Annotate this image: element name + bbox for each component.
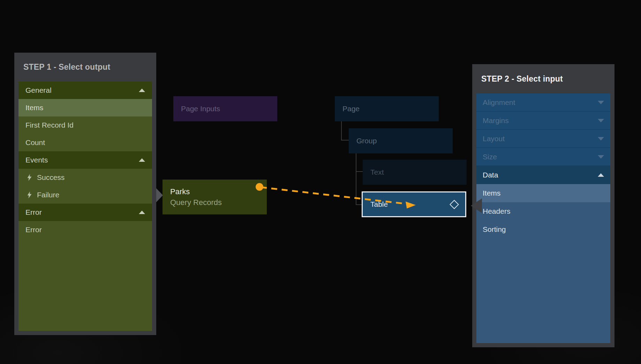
item-label: Success xyxy=(37,173,145,182)
step1-panel-title: STEP 1 - Select output xyxy=(14,53,156,82)
chevron-down-icon xyxy=(598,137,604,141)
item-label: Count xyxy=(25,138,145,147)
output-item-count[interactable]: Count xyxy=(18,134,152,151)
item-label: Items xyxy=(483,189,604,197)
node-page-inputs[interactable]: Page Inputs xyxy=(173,96,277,121)
input-section-margins[interactable]: Margins xyxy=(476,112,610,130)
section-label: Alignment xyxy=(483,98,598,107)
node-label: Text xyxy=(370,168,384,176)
output-item-first-record-id[interactable]: First Record Id xyxy=(18,116,152,134)
node-label: Group xyxy=(356,137,377,145)
tree-connector-line xyxy=(356,153,356,205)
chevron-up-icon xyxy=(139,158,145,162)
output-item-items[interactable]: Items xyxy=(18,99,152,116)
section-label: Size xyxy=(483,153,598,161)
input-item-sorting[interactable]: Sorting xyxy=(476,220,610,238)
chevron-up-icon xyxy=(598,173,604,177)
node-page[interactable]: Page xyxy=(335,96,439,121)
node-parks-query-records[interactable]: Parks Query Records xyxy=(163,180,267,214)
node-label: Table xyxy=(370,200,388,208)
item-label: Sorting xyxy=(483,225,604,234)
section-label: Events xyxy=(25,156,139,164)
item-label: Failure xyxy=(37,191,145,199)
panel-output-arrow-icon xyxy=(156,188,163,202)
diamond-icon xyxy=(450,200,459,209)
output-section-error[interactable]: Error xyxy=(18,204,152,221)
section-label: Error xyxy=(25,208,139,217)
item-label: First Record Id xyxy=(25,121,145,129)
input-section-size[interactable]: Size xyxy=(476,148,610,166)
section-label: Data xyxy=(483,171,598,179)
input-item-headers[interactable]: Headers xyxy=(476,202,610,220)
step1-output-panel: STEP 1 - Select output General Items Fir… xyxy=(14,53,156,335)
tree-connector-line xyxy=(356,171,363,172)
node-title: Parks xyxy=(170,187,190,196)
chevron-down-icon xyxy=(598,101,604,104)
step2-input-panel: STEP 2 - Select input Alignment Margins … xyxy=(472,64,614,347)
section-label: General xyxy=(25,86,139,94)
step2-panel-title: STEP 2 - Select input xyxy=(472,64,614,93)
tree-connector-line xyxy=(341,121,342,141)
binding-editor-canvas: Page Inputs Page Group Text Table Parks … xyxy=(0,0,641,364)
output-section-general[interactable]: General xyxy=(18,82,152,99)
chevron-up-icon xyxy=(139,89,145,92)
section-label: Margins xyxy=(483,116,598,125)
output-item-success[interactable]: Success xyxy=(18,169,152,186)
lightning-icon xyxy=(27,191,32,198)
output-item-error[interactable]: Error xyxy=(18,221,152,238)
input-section-data[interactable]: Data xyxy=(476,166,610,184)
input-item-items[interactable]: Items xyxy=(476,184,610,202)
node-table-drop-target[interactable]: Table xyxy=(362,191,466,217)
input-section-alignment[interactable]: Alignment xyxy=(476,93,610,112)
chevron-down-icon xyxy=(598,119,604,122)
output-section-events[interactable]: Events xyxy=(18,151,152,169)
tree-connector-line xyxy=(356,204,362,205)
node-label: Page Inputs xyxy=(181,105,220,113)
input-section-layout[interactable]: Layout xyxy=(476,130,610,148)
tree-connector-line xyxy=(341,140,349,141)
step1-output-list: General Items First Record Id Count Even… xyxy=(18,82,152,331)
node-label: Page xyxy=(342,105,360,113)
step2-input-list: Alignment Margins Layout Size Data Items xyxy=(476,93,610,343)
chevron-down-icon xyxy=(598,155,604,159)
item-label: Error xyxy=(25,226,145,234)
node-text[interactable]: Text xyxy=(363,160,467,185)
lightning-icon xyxy=(27,174,32,181)
panel-input-arrow-icon xyxy=(471,198,482,213)
item-label: Items xyxy=(25,104,145,112)
output-item-failure[interactable]: Failure xyxy=(18,186,152,204)
node-group[interactable]: Group xyxy=(349,128,453,153)
item-label: Headers xyxy=(483,207,604,215)
node-subtitle: Query Records xyxy=(170,198,222,207)
chevron-up-icon xyxy=(139,211,145,214)
section-label: Layout xyxy=(483,135,598,143)
